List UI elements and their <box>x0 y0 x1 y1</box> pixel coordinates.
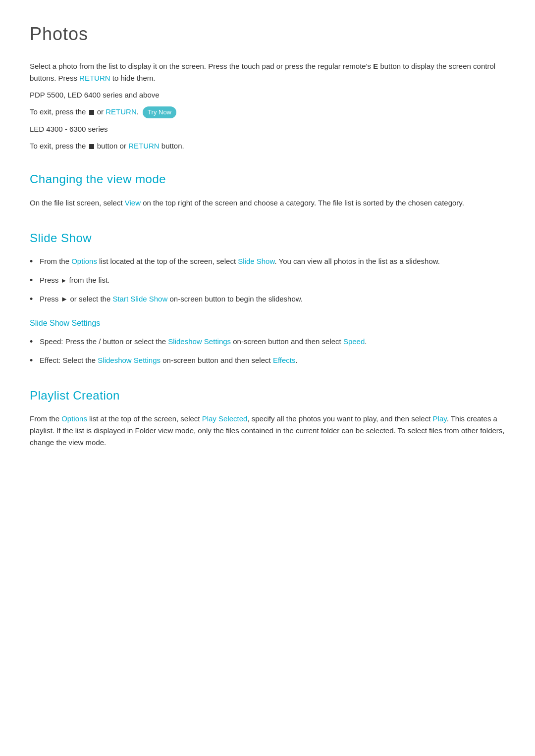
e-button-label: E <box>373 62 378 70</box>
return-link-3[interactable]: RETURN <box>128 142 160 150</box>
changing-view-section: Changing the view mode On the file list … <box>30 170 505 208</box>
effect-text-2: on-screen button and then select <box>160 356 273 364</box>
slide-show-settings-list: Speed: Press the / button or select the … <box>30 336 505 366</box>
intro-text-1: Select a photo from the list to display … <box>30 62 373 70</box>
exit-led-text-2: button or <box>97 142 126 150</box>
page-title: Photos <box>30 20 505 49</box>
slide-item-1-text-1: From the <box>40 257 71 265</box>
list-item: Speed: Press the / button or select the … <box>30 336 505 348</box>
intro-text-3: to hide them. <box>110 74 156 82</box>
changing-view-body: On the file list screen, select View on … <box>30 197 505 209</box>
list-item: Press ► from the list. <box>30 274 505 286</box>
exit-led-line: To exit, press the button or RETURN butt… <box>30 140 505 152</box>
slide-show-link[interactable]: Slide Show <box>238 257 274 265</box>
slide-item-3-text-2: on-screen button to begin the slideshow. <box>167 295 303 303</box>
play-link[interactable]: Play <box>433 414 447 423</box>
speed-text-3: . <box>365 337 367 346</box>
intro-section: Select a photo from the list to display … <box>30 60 505 152</box>
speed-text-2: on-screen button and then select <box>231 337 343 346</box>
slide-item-1-text-2: list located at the top of the screen, s… <box>97 257 238 265</box>
playlist-body: From the Options list at the top of the … <box>30 413 505 449</box>
options-link-1[interactable]: Options <box>71 257 97 265</box>
effect-text-3: . <box>295 356 297 364</box>
view-link[interactable]: View <box>125 199 141 207</box>
stop-icon-2 <box>89 144 94 149</box>
playlist-creation-section: Playlist Creation From the Options list … <box>30 386 505 449</box>
slide-item-1-text-3: . You can view all photos in the list as… <box>274 257 440 265</box>
changing-view-heading: Changing the view mode <box>30 170 505 189</box>
play-arrow-1: ► <box>61 277 67 284</box>
slideshow-settings-link-1[interactable]: Slideshow Settings <box>168 337 231 346</box>
changing-view-text-1: On the file list screen, select <box>30 199 125 207</box>
speed-text-1: Speed: Press the / button or select the <box>40 337 168 346</box>
exit-pdp-line: To exit, press the or RETURN. Try Now <box>30 106 505 119</box>
list-item: From the Options list located at the top… <box>30 255 505 267</box>
effects-link[interactable]: Effects <box>273 356 296 364</box>
playlist-text-2: list at the top of the screen, select <box>87 414 202 423</box>
play-selected-link[interactable]: Play Selected <box>202 414 248 423</box>
exit-led-text-3: button. <box>161 142 184 150</box>
exit-led-text-1: To exit, press the <box>30 142 86 150</box>
pdp-series-line: PDP 5500, LED 6400 series and above <box>30 89 505 101</box>
slide-show-settings-subsection: Slide Show Settings Speed: Press the / b… <box>30 317 505 366</box>
slide-show-settings-heading: Slide Show Settings <box>30 317 505 330</box>
list-item: Press ► or select the Start Slide Show o… <box>30 293 505 305</box>
options-link-2[interactable]: Options <box>61 414 87 423</box>
effect-text-1: Effect: Select the <box>40 356 98 364</box>
slide-item-2-text: from the list. <box>69 276 110 284</box>
slide-show-list: From the Options list located at the top… <box>30 255 505 305</box>
list-item: Effect: Select the Slideshow Settings on… <box>30 354 505 366</box>
led-series-line: LED 4300 - 6300 series <box>30 123 505 135</box>
playlist-creation-heading: Playlist Creation <box>30 386 505 405</box>
stop-icon-1 <box>89 110 94 115</box>
exit-pdp-text-1: To exit, press the <box>30 107 86 116</box>
slide-item-3-text-1: Press ► or select the <box>40 295 112 303</box>
return-link-2[interactable]: RETURN <box>106 107 137 116</box>
speed-link[interactable]: Speed <box>343 337 365 346</box>
try-now-badge[interactable]: Try Now <box>143 106 176 119</box>
intro-paragraph-1: Select a photo from the list to display … <box>30 60 505 84</box>
slide-show-heading: Slide Show <box>30 229 505 248</box>
playlist-text-3: , specify all the photos you want to pla… <box>247 414 432 423</box>
exit-pdp-or: or <box>97 107 104 116</box>
start-slide-show-link[interactable]: Start Slide Show <box>112 295 167 303</box>
slideshow-settings-link-2[interactable]: Slideshow Settings <box>98 356 160 364</box>
slide-show-section: Slide Show From the Options list located… <box>30 229 505 366</box>
playlist-text-1: From the <box>30 414 61 423</box>
changing-view-text-2: on the top right of the screen and choos… <box>141 199 464 207</box>
return-link-1[interactable]: RETURN <box>79 74 110 82</box>
